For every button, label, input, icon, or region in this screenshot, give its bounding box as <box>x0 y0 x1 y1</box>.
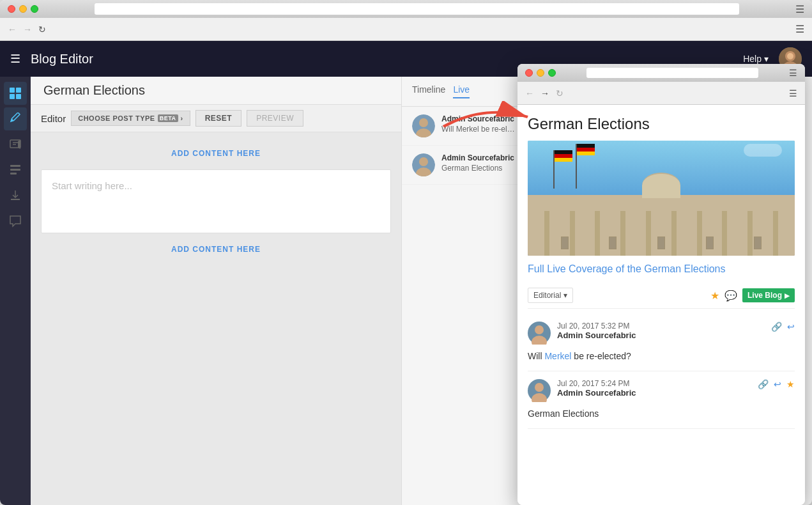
link-icon-1[interactable]: 🔗 <box>758 379 769 389</box>
inner-back-button[interactable]: ← <box>525 88 534 98</box>
live-blog-label: Live Blog <box>747 291 782 300</box>
sidebar-icon-download[interactable] <box>4 184 27 207</box>
browser-menu-icon[interactable]: ☰ <box>795 3 804 15</box>
chat-filter-icon[interactable]: 💬 <box>724 290 737 302</box>
sidebar-icon-chat[interactable] <box>4 210 27 233</box>
sidebar-icon-publish[interactable] <box>4 133 27 156</box>
entry-text-1: German Elections <box>528 407 795 421</box>
help-dropdown-icon: ▾ <box>764 54 769 64</box>
refresh-button[interactable]: ↻ <box>38 24 46 35</box>
entry-actions-1: 🔗 ↩ ★ <box>758 379 795 389</box>
inner-maximize-button[interactable] <box>548 69 556 77</box>
browser-settings-icon[interactable]: ☰ <box>795 23 804 35</box>
back-button[interactable]: ← <box>8 24 17 35</box>
minimize-button[interactable] <box>19 5 27 13</box>
share-icon-0[interactable]: ↩ <box>787 322 795 332</box>
add-content-bottom[interactable]: ADD CONTENT HERE <box>41 238 391 260</box>
choose-post-type-button[interactable]: CHOOSE POST TYPE BETA › <box>71 111 190 126</box>
svg-rect-9 <box>10 165 20 167</box>
svg-rect-7 <box>16 94 21 99</box>
live-blog-icon: ▶ <box>785 292 790 299</box>
svg-rect-6 <box>10 94 15 99</box>
help-button[interactable]: Help ▾ <box>743 54 769 64</box>
forward-button[interactable]: → <box>23 24 32 35</box>
editorial-filter-label: Editorial <box>533 291 561 300</box>
traffic-lights <box>8 5 38 13</box>
star-filter-icon[interactable]: ★ <box>710 290 719 302</box>
url-bar[interactable] <box>95 3 739 15</box>
timeline-item-1[interactable]: Admin Sourcefabric German Elections <box>402 146 528 185</box>
hamburger-menu-icon[interactable]: ☰ <box>10 52 20 66</box>
entry-avatar-1 <box>528 379 551 402</box>
timeline-info-1: Admin Sourcefabric German Elections <box>441 153 518 176</box>
svg-point-20 <box>535 325 544 334</box>
inner-browser-window: ☰ ← → ↻ ☰ German Elections <box>517 64 805 505</box>
timeline-panel: Timeline Live Admin Sourcefabric Will Me… <box>401 77 529 505</box>
inner-close-button[interactable] <box>525 69 533 77</box>
inner-refresh-button[interactable]: ↻ <box>556 88 563 98</box>
sidebar-icon-edit[interactable] <box>4 107 27 130</box>
inner-subtitle: Full Live Coverage of the German Electio… <box>528 263 795 275</box>
inner-hamburger-icon[interactable]: ☰ <box>789 68 797 78</box>
add-content-top[interactable]: ADD CONTENT HERE <box>41 143 391 164</box>
red-arrow <box>440 101 532 139</box>
entry-author-1: Admin Sourcefabric <box>557 388 751 398</box>
maximize-button[interactable] <box>31 5 38 13</box>
entry-timestamp-0: Jul 20, 2017 5:32 PM <box>557 322 765 330</box>
sidebar-icon-articles[interactable] <box>4 159 27 182</box>
share-icon-1[interactable]: ↩ <box>774 379 781 389</box>
inner-page-title: German Elections <box>528 115 795 133</box>
svg-rect-5 <box>16 88 21 93</box>
entry-text-0: Will Merkel be re-elected? <box>528 350 795 363</box>
inner-hero-image <box>528 141 795 256</box>
link-icon-0[interactable]: 🔗 <box>771 322 782 332</box>
sidebar <box>0 77 31 505</box>
beta-badge: BETA <box>158 114 178 122</box>
browser-toolbar: ← → ↻ ☰ <box>0 18 812 41</box>
editor-body: ADD CONTENT HERE Start writing here... A… <box>31 132 401 505</box>
inner-page-content: German Elections <box>517 105 805 505</box>
inner-traffic-lights <box>525 69 556 77</box>
timeline-avatar-1 <box>412 153 435 176</box>
svg-rect-11 <box>10 173 17 175</box>
close-button[interactable] <box>8 5 15 13</box>
choose-post-type-label: CHOOSE POST TYPE <box>78 114 155 122</box>
timeline-author-1: Admin Sourcefabric <box>441 153 518 162</box>
editor-toolbar: Editor CHOOSE POST TYPE BETA › RESET PRE… <box>31 105 401 132</box>
svg-point-3 <box>787 53 793 59</box>
filter-icons: ★ 💬 Live Blog ▶ <box>710 288 795 302</box>
entry-actions-0: 🔗 ↩ <box>771 322 795 332</box>
highlight-merkel: Merkel <box>544 351 571 361</box>
inner-minimize-button[interactable] <box>537 69 544 77</box>
timeline-items: Admin Sourcefabric Will Merkel be re-ele… <box>402 107 528 505</box>
editor-label: Editor <box>41 113 66 124</box>
live-blog-button[interactable]: Live Blog ▶ <box>742 288 795 302</box>
timeline-avatar-0 <box>412 114 435 137</box>
inner-settings-icon[interactable]: ☰ <box>789 88 797 98</box>
reset-button[interactable]: RESET <box>195 110 242 127</box>
editor-area: German Elections Editor CHOOSE POST TYPE… <box>31 77 401 505</box>
dropdown-icon: ▾ <box>563 291 567 300</box>
svg-rect-10 <box>10 169 20 171</box>
star-icon-1[interactable]: ★ <box>786 379 795 389</box>
text-editor-box[interactable]: Start writing here... <box>41 169 391 233</box>
timeline-excerpt-1: German Elections <box>441 164 518 173</box>
sidebar-icon-grid[interactable] <box>4 82 27 105</box>
chevron-right-icon: › <box>181 114 183 122</box>
tab-timeline[interactable]: Timeline <box>412 84 445 98</box>
entry-details-0: Jul 20, 2017 5:32 PM Admin Sourcefabric <box>557 322 765 340</box>
blog-entry-0: Jul 20, 2017 5:32 PM Admin Sourcefabric … <box>528 314 795 371</box>
outer-title-bar: ☰ <box>0 0 812 18</box>
editorial-filter[interactable]: Editorial ▾ <box>528 288 573 303</box>
preview-button[interactable]: PREVIEW <box>247 110 303 127</box>
help-label: Help <box>743 54 762 64</box>
inner-filter-bar: Editorial ▾ ★ 💬 Live Blog ▶ <box>528 283 795 309</box>
svg-point-16 <box>419 157 428 166</box>
inner-url-bar[interactable] <box>586 68 758 78</box>
breadcrumb-title: German Elections <box>43 83 145 97</box>
entry-author-0: Admin Sourcefabric <box>557 330 765 340</box>
entry-timestamp-1: Jul 20, 2017 5:24 PM <box>557 379 751 388</box>
tab-live[interactable]: Live <box>453 84 470 98</box>
inner-forward-button[interactable]: → <box>540 88 549 98</box>
breadcrumb: German Elections <box>31 77 401 105</box>
